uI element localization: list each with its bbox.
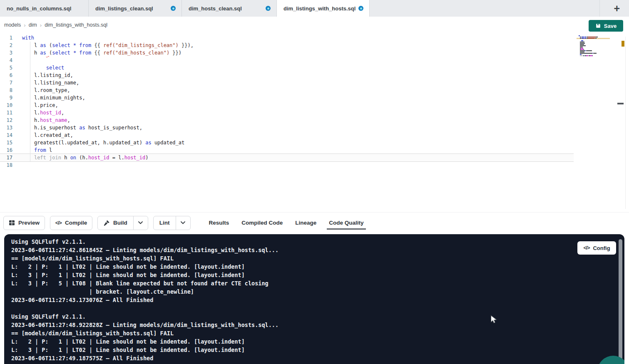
new-tab-button[interactable]: + xyxy=(614,0,620,17)
line-number: 4 xyxy=(0,57,12,64)
terminal-line: L: 3 | P: 5 | LT08 | Blank line expected… xyxy=(11,279,278,287)
line-number: 11 xyxy=(0,109,12,116)
terminal-line: Using SQLFluff v2.1.1. xyxy=(11,312,278,321)
mouse-cursor xyxy=(490,315,498,327)
panel-tab-code-quality[interactable]: Code Quality xyxy=(329,213,363,233)
code-line-18[interactable]: 18 xyxy=(0,161,574,169)
code-line-9[interactable]: 9 l.minimum_nights, xyxy=(0,94,574,102)
scrollbar-lint-marker xyxy=(622,41,624,47)
modified-dot-icon xyxy=(358,6,363,11)
code-line-15[interactable]: 15 greatest(l.updated_at, h.updated_at) … xyxy=(0,139,574,146)
terminal-line: L: 2 | P: 1 | LT02 | Line should not be … xyxy=(11,262,278,271)
modified-dot-icon xyxy=(171,6,176,11)
code-line-1[interactable]: 1with xyxy=(0,34,574,42)
breadcrumb-models[interactable]: models xyxy=(4,22,21,28)
code-text: l.room_type, xyxy=(22,87,70,94)
code-line-8[interactable]: 8 l.room_type, xyxy=(0,87,574,94)
terminal-line: 2023-06-06T11:27:42.861845Z — Linting mo… xyxy=(11,246,278,254)
terminal-line: | bracket. [layout.cte_newline] xyxy=(11,287,278,296)
code-icon: </> xyxy=(55,220,62,226)
code-rows: 1with2 l as (select * from {{ ref("dim_l… xyxy=(0,34,574,169)
terminal-line: 2023-06-06T11:27:48.922828Z — Linting mo… xyxy=(11,321,278,329)
chevron-right-icon: › xyxy=(24,22,25,28)
code-line-6[interactable]: 6 l.listing_id, xyxy=(0,72,574,79)
code-line-12[interactable]: 12 h.host_name, xyxy=(0,116,574,124)
breadcrumb: models › dim › dim_listings_with_hosts.s… xyxy=(4,17,107,33)
minimap-line xyxy=(579,38,609,39)
tab-no-nulls-in-columns-sql[interactable]: no_nulls_in_columns.sql xyxy=(0,0,89,17)
line-number: 14 xyxy=(0,131,12,139)
code-line-10[interactable]: 10 l.price, xyxy=(0,102,574,109)
panel-tabs: ResultsCompiled CodeLineageCode Quality xyxy=(209,213,364,233)
minimap-line xyxy=(579,55,609,56)
minimap-line xyxy=(579,42,609,42)
code-line-11[interactable]: 11 l.host_id, xyxy=(0,109,574,116)
minimap-line xyxy=(579,40,609,41)
save-label: Save xyxy=(604,23,617,29)
panel-tab-compiled-code[interactable]: Compiled Code xyxy=(241,213,283,233)
build-dropdown-button[interactable] xyxy=(133,216,148,230)
save-button[interactable]: Save xyxy=(589,20,623,32)
line-number: 1 xyxy=(0,34,12,42)
minimap-line xyxy=(579,53,609,54)
terminal-output: Using SQLFluff v2.1.1.2023-06-06T11:27:4… xyxy=(11,238,278,362)
code-line-2[interactable]: 2 l as (select * from {{ ref("dim_listin… xyxy=(0,42,574,49)
preview-button[interactable]: Preview xyxy=(3,216,45,230)
line-number: 2 xyxy=(0,42,12,49)
code-text: l.minimum_nights, xyxy=(22,94,85,102)
tab-label: dim_listings_clean.sql xyxy=(95,5,153,12)
lint-label: Lint xyxy=(159,220,170,226)
tab-label: dim_hosts_clean.sql xyxy=(189,5,242,12)
line-number: 3 xyxy=(0,49,12,57)
code-line-17[interactable]: 17 left join h on (h.host_id = l.host_id… xyxy=(0,154,574,161)
terminal-scrollbar-thumb[interactable] xyxy=(619,239,622,364)
editor-scrollbar-track xyxy=(625,37,626,209)
dbt-cloud-ide: { "tabs": { "items": [ { "label": "no_nu… xyxy=(0,0,629,364)
preview-label: Preview xyxy=(18,220,40,226)
line-number: 7 xyxy=(0,79,12,87)
code-line-4[interactable]: 4 xyxy=(0,57,574,64)
panel-tab-lineage[interactable]: Lineage xyxy=(295,213,316,233)
compile-button[interactable]: </> Compile xyxy=(50,216,92,230)
code-text: greatest(l.updated_at, h.updated_at) as … xyxy=(22,139,184,146)
terminal-line: == [models/dim/dim_listings_with_hosts.s… xyxy=(11,254,278,262)
chevron-down-icon xyxy=(138,221,143,224)
terminal-line: == [models/dim/dim_listings_with_hosts.s… xyxy=(11,329,278,337)
line-number: 8 xyxy=(0,87,12,94)
breadcrumb-file[interactable]: dim_listings_with_hosts.sql xyxy=(45,22,107,28)
code-line-5[interactable]: 5 select xyxy=(0,64,574,72)
code-editor[interactable]: 1with2 l as (select * from {{ ref("dim_l… xyxy=(0,33,629,212)
code-line-13[interactable]: 13 h.is_superhost as host_is_superhost, xyxy=(0,124,574,131)
line-number: 6 xyxy=(0,72,12,79)
terminal-line: Using SQLFluff v2.1.1. xyxy=(11,238,278,246)
line-number: 10 xyxy=(0,102,12,109)
tab-dim-hosts-clean-sql[interactable]: dim_hosts_clean.sql xyxy=(182,0,277,17)
build-button-group: Build xyxy=(97,216,148,230)
breadcrumb-dim[interactable]: dim xyxy=(29,22,37,28)
terminal-panel: Using SQLFluff v2.1.1.2023-06-06T11:27:4… xyxy=(4,234,624,364)
scrollbar-position-marker xyxy=(617,103,624,104)
config-button[interactable]: </> Config xyxy=(577,241,616,255)
code-text: h as (select * from {{ ref("dim_hosts_cl… xyxy=(22,49,181,57)
panel-tab-results[interactable]: Results xyxy=(209,213,229,233)
code-text: left join h on (h.host_id = l.host_id) xyxy=(22,154,149,161)
code-line-3[interactable]: 3 h as (select * from {{ ref("dim_hosts_… xyxy=(0,49,574,57)
config-label: Config xyxy=(593,245,610,251)
terminal-line: L: 3 | P: 1 | LT02 | Line should not be … xyxy=(11,346,278,354)
lint-dropdown-button[interactable] xyxy=(176,216,190,230)
code-line-7[interactable]: 7 l.listing_name, xyxy=(0,79,574,87)
tab-dim-listings-clean-sql[interactable]: dim_listings_clean.sql xyxy=(89,0,182,17)
minimap-line xyxy=(579,45,609,46)
lint-button[interactable]: Lint xyxy=(154,216,176,230)
terminal-line: L: 2 | P: 1 | LT02 | Line should not be … xyxy=(11,337,278,346)
hammer-icon xyxy=(104,220,110,226)
code-text: l.host_id, xyxy=(22,109,64,116)
minimap[interactable] xyxy=(579,35,609,58)
build-button[interactable]: Build xyxy=(98,216,133,230)
tab-dim-listings-with-hosts-sql[interactable]: dim_listings_with_hosts.sql xyxy=(277,0,370,17)
tab-label: dim_listings_with_hosts.sql xyxy=(283,5,356,12)
path-bar: models › dim › dim_listings_with_hosts.s… xyxy=(0,17,629,33)
code-text: select xyxy=(22,64,64,72)
code-line-16[interactable]: 16 from l xyxy=(0,146,574,154)
code-line-14[interactable]: 14 l.created_at, xyxy=(0,131,574,139)
